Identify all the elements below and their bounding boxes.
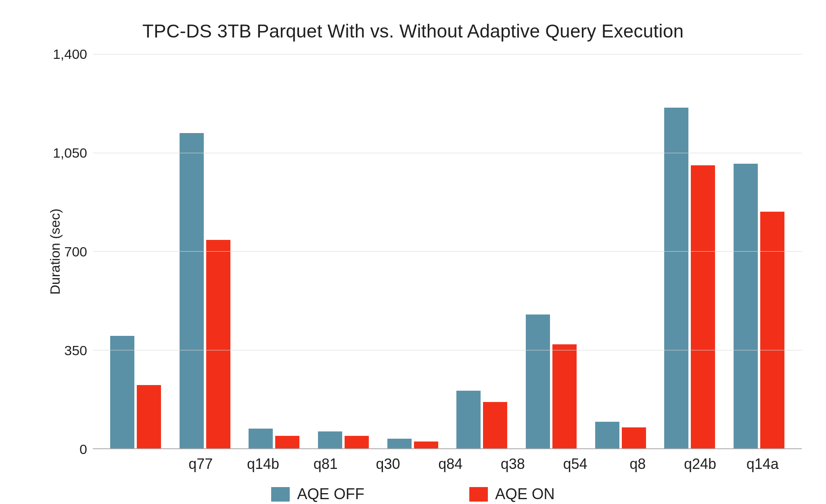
bar-aqe-off <box>387 439 412 448</box>
legend-swatch-aqe-on <box>469 487 488 502</box>
bar-aqe-on <box>691 165 715 448</box>
x-axis-ticks: q77q14bq81q30q84q38q54q8q24bq14a <box>161 448 802 473</box>
plot-area: q77q14bq81q30q84q38q54q8q24bq14a <box>93 54 802 449</box>
gridline <box>93 251 802 252</box>
chart-body: Duration (sec) 03507001,0501,400 q77q14b… <box>24 54 802 449</box>
gridline <box>93 350 802 350</box>
bar-aqe-off <box>595 422 619 448</box>
legend: AQE OFF AQE ON <box>24 485 802 503</box>
legend-item-aqe-off: AQE OFF <box>271 485 364 503</box>
y-axis-ticks: 03507001,0501,400 <box>44 54 93 449</box>
y-tick-label: 1,050 <box>43 145 87 161</box>
bar-aqe-off <box>318 431 342 448</box>
x-tick-label: q30 <box>357 448 419 473</box>
x-tick-label: q14a <box>731 448 794 473</box>
x-tick-label: q84 <box>419 448 482 473</box>
x-tick-label: q77 <box>169 448 232 473</box>
y-tick-label: 700 <box>43 244 87 260</box>
bar-aqe-on <box>483 402 507 448</box>
x-tick-label: q54 <box>544 448 606 473</box>
y-tick-label: 1,400 <box>43 46 87 62</box>
x-tick-label: q81 <box>294 448 357 473</box>
bar-aqe-off <box>664 108 688 448</box>
bar-aqe-on <box>206 240 230 448</box>
x-tick-label: q8 <box>606 448 669 473</box>
bar-aqe-on <box>345 436 369 448</box>
bar-aqe-on <box>414 442 438 448</box>
y-axis-label-wrap: Duration (sec) <box>24 54 44 449</box>
y-tick-label: 350 <box>43 343 87 358</box>
y-tick-label: 0 <box>43 442 87 457</box>
x-tick-label: q24b <box>669 448 732 473</box>
bar-aqe-on <box>552 344 577 448</box>
legend-swatch-aqe-off <box>271 487 290 502</box>
bar-aqe-off <box>526 314 550 448</box>
bar-aqe-off <box>249 429 273 448</box>
bar-aqe-on <box>137 385 161 448</box>
x-tick-label: q38 <box>482 448 544 473</box>
gridline <box>93 54 802 54</box>
bar-aqe-on <box>275 436 299 448</box>
x-tick-label: q14b <box>232 448 295 473</box>
bar-aqe-off <box>734 164 758 448</box>
legend-item-aqe-on: AQE ON <box>469 485 555 503</box>
legend-label-aqe-off: AQE OFF <box>297 485 364 503</box>
legend-label-aqe-on: AQE ON <box>495 485 555 503</box>
bar-aqe-on <box>622 427 646 448</box>
chart-container: TPC-DS 3TB Parquet With vs. Without Adap… <box>0 0 826 504</box>
bar-aqe-off <box>456 391 481 448</box>
bar-aqe-off <box>110 336 134 448</box>
bar-aqe-off <box>180 133 204 448</box>
bar-aqe-on <box>760 212 784 448</box>
gridline <box>93 153 802 153</box>
chart-title: TPC-DS 3TB Parquet With vs. Without Adap… <box>24 20 802 42</box>
